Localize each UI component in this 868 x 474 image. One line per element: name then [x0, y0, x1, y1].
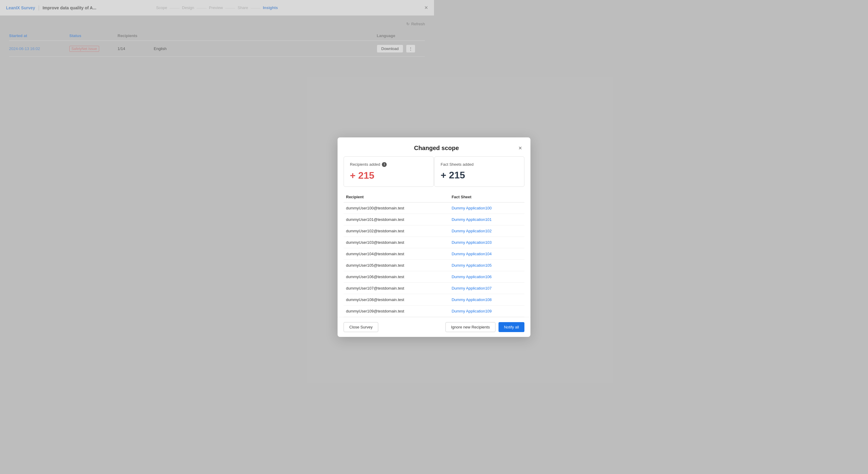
recipients-added-value: + 215 — [350, 170, 427, 181]
recipient-cell: dummyUser102@testdomain.test — [344, 225, 434, 236]
table-row: dummyUser102@testdomain.testDummy Applic… — [344, 225, 434, 236]
modal-header: Changed scope × — [338, 137, 434, 156]
table-row: dummyUser100@testdomain.testDummy Applic… — [344, 202, 434, 214]
scope-table: Recipient Fact Sheet dummyUser100@testdo… — [344, 192, 434, 237]
col-header-recipient: Recipient — [344, 192, 434, 202]
table-row: dummyUser101@testdomain.testDummy Applic… — [344, 214, 434, 225]
modal-table-area: Recipient Fact Sheet dummyUser100@testdo… — [338, 192, 434, 237]
summary-cards: Recipients added i + 215 Fact Sheets add… — [338, 156, 434, 192]
changed-scope-modal: Changed scope × Recipients added i + 215… — [338, 137, 434, 237]
info-icon: i — [382, 162, 387, 167]
recipients-added-label: Recipients added i — [350, 162, 427, 167]
recipient-cell: dummyUser103@testdomain.test — [344, 236, 434, 237]
table-row: dummyUser103@testdomain.testDummy Applic… — [344, 236, 434, 237]
modal-overlay: Changed scope × Recipients added i + 215… — [0, 0, 434, 237]
recipient-cell: dummyUser101@testdomain.test — [344, 214, 434, 225]
recipients-added-card: Recipients added i + 215 — [344, 156, 434, 187]
table-header-row: Recipient Fact Sheet — [344, 192, 434, 202]
modal-title: Changed scope — [354, 145, 434, 152]
recipient-cell: dummyUser100@testdomain.test — [344, 202, 434, 214]
